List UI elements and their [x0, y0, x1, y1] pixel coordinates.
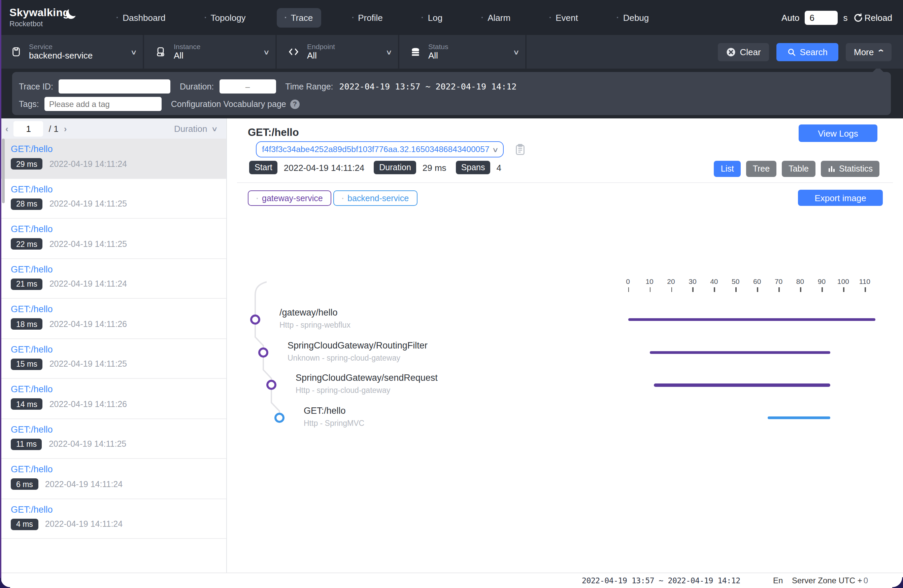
auto-interval-input[interactable]	[805, 11, 838, 25]
help-icon[interactable]: ?	[290, 99, 300, 109]
vocabulary-link[interactable]: Configuration Vocabulary page	[171, 99, 286, 109]
list-scrollbar-thumb[interactable]	[2, 139, 5, 203]
nav-menu: DashboardTopologyTraceProfileLogAlarmEve…	[109, 8, 657, 27]
span-duration-bar[interactable]	[650, 351, 830, 354]
nav-item-topology[interactable]: Topology	[197, 8, 254, 27]
view-logs-button[interactable]: View Logs	[799, 124, 878, 142]
trace-item-duration-badge: 22 ms	[11, 238, 43, 249]
window-corner-bottom-right	[892, 577, 903, 588]
trace-item-title[interactable]: GET:/hello	[11, 184, 226, 194]
app-logo[interactable]: Skywalking Rocketbot	[9, 8, 79, 28]
span-duration-bar[interactable]	[628, 318, 875, 321]
footer-time-range[interactable]: 2022-04-19 13:57 ~ 2022-04-19 14:12	[582, 576, 740, 585]
axis-tick-label: 80	[796, 277, 804, 285]
trace-list-item[interactable]: GET:/hello14 ms2022-04-19 14:11:26	[0, 379, 226, 419]
trace-item-title[interactable]: GET:/hello	[11, 224, 226, 234]
axis-tick-label: 40	[710, 277, 718, 285]
trace-list-item[interactable]: GET:/hello28 ms2022-04-19 14:11:25	[0, 179, 226, 219]
tags-input[interactable]	[44, 97, 162, 111]
trace-list-item[interactable]: GET:/hello29 ms2022-04-19 14:11:24	[0, 139, 226, 179]
nav-item-log[interactable]: Log	[414, 8, 450, 27]
chevron-down-icon: ∨	[513, 48, 519, 55]
status-icon	[410, 46, 421, 57]
span-node[interactable]	[250, 315, 260, 325]
axis-tick-label: 0	[626, 277, 630, 285]
trace-id-option: f4f3f3c34abe4252a89d5bf103f776aa.32.1650…	[262, 145, 489, 154]
time-range-label: Time Range:	[285, 82, 333, 91]
span-node[interactable]	[274, 413, 285, 423]
nav-item-trace[interactable]: Trace	[277, 8, 321, 27]
tab-tree[interactable]: Tree	[746, 161, 777, 177]
filter-bar: Servicebackend-service∨InstanceAll∨Endpo…	[0, 35, 903, 69]
trace-list-item[interactable]: GET:/hello4 ms2022-04-19 14:11:24	[0, 499, 226, 539]
filter-instance-dropdown[interactable]: InstanceAll∨	[144, 35, 277, 69]
trace-item-title[interactable]: GET:/hello	[11, 144, 226, 154]
trace-list-item[interactable]: GET:/hello6 ms2022-04-19 14:11:24	[0, 459, 226, 499]
nav-item-profile[interactable]: Profile	[344, 8, 391, 27]
trace-detail-panel: GET:/hello View Logs f4f3f3c34abe4252a89…	[227, 118, 903, 573]
trace-list-item[interactable]: GET:/hello15 ms2022-04-19 14:11:25	[0, 339, 226, 379]
tab-label: List	[721, 164, 734, 174]
copy-icon[interactable]	[515, 144, 525, 155]
nav-item-debug[interactable]: Debug	[609, 8, 657, 27]
trace-item-title[interactable]: GET:/hello	[11, 264, 226, 274]
chevron-down-icon: ∨	[130, 48, 137, 55]
tab-list[interactable]: List	[714, 161, 741, 177]
clear-button[interactable]: Clear	[717, 43, 769, 61]
reload-button[interactable]: Reload	[853, 13, 892, 22]
filter-endpoint-dropdown[interactable]: EndpointAll∨	[277, 35, 399, 69]
filter-service-dropdown[interactable]: Servicebackend-service∨	[0, 35, 144, 69]
trace-item-title[interactable]: GET:/hello	[11, 384, 226, 394]
trace-item-duration-badge: 14 ms	[11, 398, 43, 410]
duration-badge: Duration	[374, 161, 417, 174]
export-image-button[interactable]: Export image	[798, 190, 883, 206]
filter-status-dropdown[interactable]: StatusAll∨	[399, 35, 527, 69]
sort-dropdown[interactable]: Duration ∨	[174, 124, 217, 133]
nav-item-alarm[interactable]: Alarm	[474, 8, 519, 27]
trace-list-item[interactable]: GET:/hello11 ms2022-04-19 14:11:25	[0, 419, 226, 459]
filter-label: Service	[29, 42, 93, 50]
reload-label: Reload	[865, 13, 892, 22]
trace-id-input[interactable]	[58, 79, 170, 94]
trace-id-select[interactable]: f4f3f3c34abe4252a89d5bf103f776aa.32.1650…	[256, 141, 504, 157]
instance-icon	[155, 46, 166, 57]
tab-statistics[interactable]: Statistics	[821, 161, 879, 177]
tab-table[interactable]: Table	[782, 161, 815, 177]
time-range-value[interactable]: 2022-04-19 13:57 ~ 2022-04-19 14:12	[339, 82, 517, 91]
trace-item-duration-badge: 29 ms	[11, 158, 43, 169]
trace-item-title[interactable]: GET:/hello	[11, 504, 226, 514]
trace-item-title[interactable]: GET:/hello	[11, 464, 226, 474]
span-duration-bar[interactable]	[768, 416, 830, 419]
prev-page-button[interactable]: ‹	[0, 124, 14, 133]
trace-item-duration-badge: 15 ms	[11, 358, 43, 370]
trace-item-title[interactable]: GET:/hello	[11, 304, 226, 314]
trace-list-item[interactable]: GET:/hello18 ms2022-04-19 14:11:26	[0, 299, 226, 339]
page-input[interactable]	[14, 121, 43, 136]
axis-tick-mark	[800, 287, 801, 292]
trace-meta-badges: Start 2022-04-19 14:11:24 Duration 29 ms…	[249, 161, 501, 174]
trace-list-header: ‹ / 1 › Duration ∨	[0, 118, 226, 139]
span-duration-bar[interactable]	[654, 384, 830, 387]
tags-label: Tags:	[19, 99, 39, 109]
duration-input[interactable]	[219, 79, 276, 94]
trace-item-title[interactable]: GET:/hello	[11, 424, 226, 434]
crescent-moon-icon	[68, 5, 80, 17]
more-label: More	[854, 47, 874, 57]
service-tag-backend-service[interactable]: backend-service	[334, 190, 417, 206]
nav-item-dashboard[interactable]: Dashboard	[109, 8, 173, 27]
language-selector[interactable]: En	[773, 576, 783, 585]
trace-list-item[interactable]: GET:/hello21 ms2022-04-19 14:11:24	[0, 259, 226, 299]
more-button[interactable]: More ⌃	[846, 43, 892, 61]
span-node[interactable]	[266, 380, 277, 390]
axis-tick-mark	[779, 287, 780, 292]
next-page-button[interactable]: ›	[58, 124, 72, 133]
trace-item-title[interactable]: GET:/hello	[11, 344, 226, 354]
axis-tick-mark	[821, 287, 823, 292]
logo-title: Skywalking	[9, 8, 69, 18]
nav-item-event[interactable]: Event	[541, 8, 586, 27]
trace-item-time: 2022-04-19 14:11:24	[49, 279, 127, 289]
span-node[interactable]	[258, 347, 268, 357]
search-button[interactable]: Search	[776, 43, 838, 61]
top-nav: Skywalking Rocketbot DashboardTopologyTr…	[0, 0, 903, 35]
trace-list-item[interactable]: GET:/hello22 ms2022-04-19 14:11:25	[0, 219, 226, 259]
